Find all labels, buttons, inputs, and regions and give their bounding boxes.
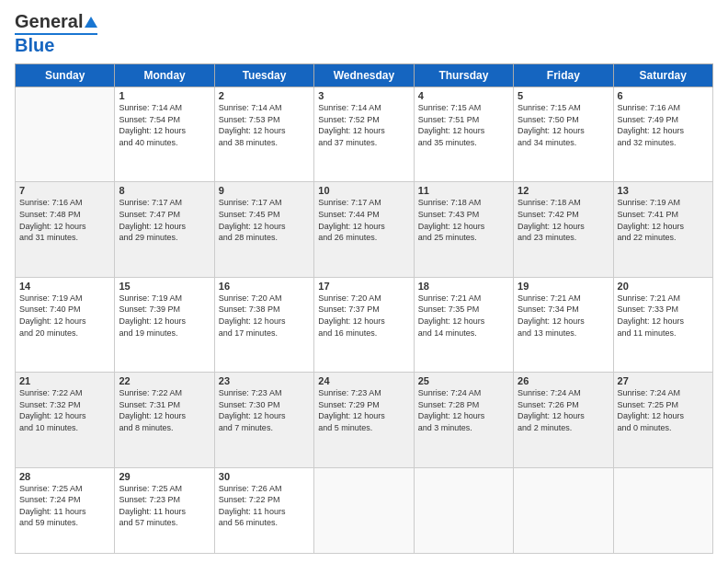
header: General Blue — [15, 11, 713, 56]
day-info: Sunrise: 7:21 AM Sunset: 7:33 PM Dayligh… — [618, 293, 709, 339]
calendar-cell: 28Sunrise: 7:25 AM Sunset: 7:24 PM Dayli… — [16, 467, 115, 553]
day-info: Sunrise: 7:24 AM Sunset: 7:26 PM Dayligh… — [518, 387, 609, 433]
day-info: Sunrise: 7:24 AM Sunset: 7:28 PM Dayligh… — [418, 387, 509, 433]
calendar-cell — [314, 467, 414, 553]
day-info: Sunrise: 7:19 AM Sunset: 7:39 PM Dayligh… — [119, 293, 210, 339]
day-info: Sunrise: 7:23 AM Sunset: 7:30 PM Dayligh… — [219, 387, 310, 433]
calendar-cell — [613, 467, 712, 553]
calendar-cell: 22Sunrise: 7:22 AM Sunset: 7:31 PM Dayli… — [115, 373, 214, 467]
day-info: Sunrise: 7:26 AM Sunset: 7:22 PM Dayligh… — [219, 483, 310, 529]
calendar-header-sunday: Sunday — [16, 64, 115, 87]
calendar-cell: 12Sunrise: 7:18 AM Sunset: 7:42 PM Dayli… — [514, 182, 613, 277]
day-info: Sunrise: 7:17 AM Sunset: 7:45 PM Dayligh… — [219, 197, 310, 243]
day-number: 24 — [318, 375, 409, 386]
day-number: 26 — [518, 375, 609, 386]
day-number: 29 — [119, 471, 210, 482]
day-info: Sunrise: 7:17 AM Sunset: 7:44 PM Dayligh… — [318, 197, 409, 243]
calendar-cell: 7Sunrise: 7:16 AM Sunset: 7:48 PM Daylig… — [16, 182, 115, 277]
day-number: 12 — [518, 185, 609, 196]
logo-general: General — [15, 11, 83, 32]
calendar-cell: 15Sunrise: 7:19 AM Sunset: 7:39 PM Dayli… — [115, 277, 214, 372]
day-info: Sunrise: 7:18 AM Sunset: 7:42 PM Dayligh… — [518, 197, 609, 243]
day-number: 6 — [618, 90, 709, 101]
calendar-header-monday: Monday — [115, 64, 214, 87]
calendar-cell: 11Sunrise: 7:18 AM Sunset: 7:43 PM Dayli… — [414, 182, 513, 277]
day-info: Sunrise: 7:16 AM Sunset: 7:48 PM Dayligh… — [19, 197, 110, 243]
calendar-header-tuesday: Tuesday — [214, 64, 313, 87]
day-info: Sunrise: 7:21 AM Sunset: 7:34 PM Dayligh… — [518, 293, 609, 339]
day-number: 17 — [318, 281, 409, 292]
calendar-cell — [16, 87, 115, 182]
day-info: Sunrise: 7:16 AM Sunset: 7:49 PM Dayligh… — [618, 102, 709, 148]
day-number: 1 — [119, 90, 210, 101]
calendar-cell: 14Sunrise: 7:19 AM Sunset: 7:40 PM Dayli… — [16, 277, 115, 372]
day-number: 11 — [418, 185, 509, 196]
day-number: 16 — [219, 281, 310, 292]
calendar-cell: 30Sunrise: 7:26 AM Sunset: 7:22 PM Dayli… — [214, 467, 313, 553]
calendar-cell: 2Sunrise: 7:14 AM Sunset: 7:53 PM Daylig… — [214, 87, 313, 182]
logo: General Blue — [15, 11, 97, 56]
day-number: 28 — [19, 471, 110, 482]
calendar-cell: 29Sunrise: 7:25 AM Sunset: 7:23 PM Dayli… — [115, 467, 214, 553]
calendar-cell: 19Sunrise: 7:21 AM Sunset: 7:34 PM Dayli… — [514, 277, 613, 372]
day-info: Sunrise: 7:21 AM Sunset: 7:35 PM Dayligh… — [418, 293, 509, 339]
day-number: 2 — [219, 90, 310, 101]
calendar-week-5: 28Sunrise: 7:25 AM Sunset: 7:24 PM Dayli… — [16, 467, 713, 553]
calendar-cell: 24Sunrise: 7:23 AM Sunset: 7:29 PM Dayli… — [314, 373, 414, 467]
calendar-week-4: 21Sunrise: 7:22 AM Sunset: 7:32 PM Dayli… — [16, 373, 713, 467]
day-number: 23 — [219, 375, 310, 386]
calendar-cell: 6Sunrise: 7:16 AM Sunset: 7:49 PM Daylig… — [613, 87, 712, 182]
calendar-cell: 10Sunrise: 7:17 AM Sunset: 7:44 PM Dayli… — [314, 182, 414, 277]
calendar-cell: 16Sunrise: 7:20 AM Sunset: 7:38 PM Dayli… — [214, 277, 313, 372]
logo-triangle-icon — [85, 17, 97, 28]
day-info: Sunrise: 7:15 AM Sunset: 7:50 PM Dayligh… — [518, 102, 609, 148]
day-info: Sunrise: 7:25 AM Sunset: 7:24 PM Dayligh… — [19, 483, 110, 529]
logo-blue: Blue — [15, 35, 54, 56]
calendar-cell: 27Sunrise: 7:24 AM Sunset: 7:25 PM Dayli… — [613, 373, 712, 467]
day-info: Sunrise: 7:18 AM Sunset: 7:43 PM Dayligh… — [418, 197, 509, 243]
calendar-header-row: SundayMondayTuesdayWednesdayThursdayFrid… — [16, 64, 713, 87]
calendar-cell: 1Sunrise: 7:14 AM Sunset: 7:54 PM Daylig… — [115, 87, 214, 182]
calendar-cell: 25Sunrise: 7:24 AM Sunset: 7:28 PM Dayli… — [414, 373, 513, 467]
calendar-header-friday: Friday — [514, 64, 613, 87]
day-number: 15 — [119, 281, 210, 292]
calendar-week-3: 14Sunrise: 7:19 AM Sunset: 7:40 PM Dayli… — [16, 277, 713, 372]
day-number: 8 — [119, 185, 210, 196]
day-info: Sunrise: 7:19 AM Sunset: 7:41 PM Dayligh… — [618, 197, 709, 243]
calendar-cell: 20Sunrise: 7:21 AM Sunset: 7:33 PM Dayli… — [613, 277, 712, 372]
day-number: 18 — [418, 281, 509, 292]
calendar-table: SundayMondayTuesdayWednesdayThursdayFrid… — [15, 63, 713, 554]
day-info: Sunrise: 7:24 AM Sunset: 7:25 PM Dayligh… — [618, 387, 709, 433]
day-info: Sunrise: 7:25 AM Sunset: 7:23 PM Dayligh… — [119, 483, 210, 529]
calendar-header-thursday: Thursday — [414, 64, 513, 87]
calendar-cell: 3Sunrise: 7:14 AM Sunset: 7:52 PM Daylig… — [314, 87, 414, 182]
calendar-cell: 18Sunrise: 7:21 AM Sunset: 7:35 PM Dayli… — [414, 277, 513, 372]
calendar-cell: 8Sunrise: 7:17 AM Sunset: 7:47 PM Daylig… — [115, 182, 214, 277]
day-number: 21 — [19, 375, 110, 386]
day-number: 30 — [219, 471, 310, 482]
logo-line: General — [15, 11, 97, 32]
day-info: Sunrise: 7:17 AM Sunset: 7:47 PM Dayligh… — [119, 197, 210, 243]
day-number: 10 — [318, 185, 409, 196]
day-number: 25 — [418, 375, 509, 386]
day-info: Sunrise: 7:22 AM Sunset: 7:31 PM Dayligh… — [119, 387, 210, 433]
calendar-header-wednesday: Wednesday — [314, 64, 414, 87]
calendar-week-2: 7Sunrise: 7:16 AM Sunset: 7:48 PM Daylig… — [16, 182, 713, 277]
calendar-week-1: 1Sunrise: 7:14 AM Sunset: 7:54 PM Daylig… — [16, 87, 713, 182]
calendar-cell: 23Sunrise: 7:23 AM Sunset: 7:30 PM Dayli… — [214, 373, 313, 467]
calendar-cell: 17Sunrise: 7:20 AM Sunset: 7:37 PM Dayli… — [314, 277, 414, 372]
day-number: 7 — [19, 185, 110, 196]
page: General Blue SundayMondayTuesdayWednesda… — [0, 0, 728, 563]
calendar-cell: 4Sunrise: 7:15 AM Sunset: 7:51 PM Daylig… — [414, 87, 513, 182]
day-info: Sunrise: 7:23 AM Sunset: 7:29 PM Dayligh… — [318, 387, 409, 433]
day-info: Sunrise: 7:20 AM Sunset: 7:37 PM Dayligh… — [318, 293, 409, 339]
calendar-cell: 13Sunrise: 7:19 AM Sunset: 7:41 PM Dayli… — [613, 182, 712, 277]
day-number: 27 — [618, 375, 709, 386]
day-number: 14 — [19, 281, 110, 292]
day-info: Sunrise: 7:14 AM Sunset: 7:54 PM Dayligh… — [119, 102, 210, 148]
day-number: 5 — [518, 90, 609, 101]
calendar-cell: 9Sunrise: 7:17 AM Sunset: 7:45 PM Daylig… — [214, 182, 313, 277]
day-number: 20 — [618, 281, 709, 292]
day-info: Sunrise: 7:14 AM Sunset: 7:52 PM Dayligh… — [318, 102, 409, 148]
day-info: Sunrise: 7:14 AM Sunset: 7:53 PM Dayligh… — [219, 102, 310, 148]
